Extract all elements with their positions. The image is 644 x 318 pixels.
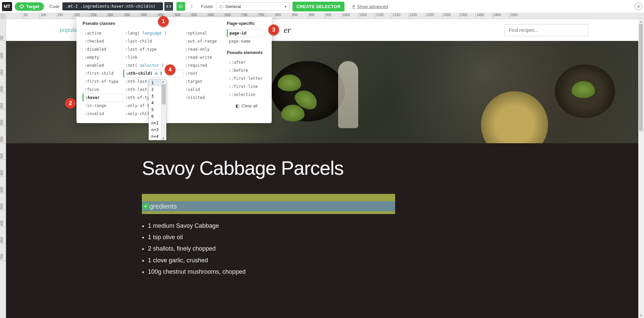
folder-icon: 🗀 [219, 4, 223, 9]
ruler-tick: 900 [308, 13, 315, 19]
recipe-title: Savoy Cabbage Parcels [142, 157, 642, 179]
ruler-tick: 150 [0, 69, 6, 76]
ruler-tick: 1250 [425, 13, 434, 19]
annotation-badge-3: 3 [268, 24, 279, 35]
dropdown-scrollbar[interactable]: ▲ ▼ [161, 80, 166, 140]
code-icon [166, 4, 171, 9]
match-count: 1 [191, 4, 193, 9]
pseudo-elements-title: Pseudo elements [227, 50, 266, 55]
ruler-tick: 1200 [409, 13, 417, 19]
ruler-tick: 1500 [509, 13, 518, 19]
annotation-badge-1: 1 [158, 16, 169, 27]
pseudo-class-item[interactable]: ::first-letter [227, 74, 266, 83]
vertical-ruler: 5010015020025030035040045050055060065070… [0, 13, 6, 318]
ruler-settings[interactable] [0, 13, 6, 19]
pseudo-class-item[interactable]: :lang( language ) [123, 29, 183, 37]
eraser-icon: ◧ [235, 103, 239, 108]
show-advanced-label: Show advanced [357, 4, 388, 9]
scroll-down-arrow-icon[interactable]: ▼ [640, 314, 643, 317]
svg-point-6 [3, 16, 4, 17]
folder-select[interactable]: 🗀 General ▾ [216, 2, 290, 11]
ruler-tick: 1300 [442, 13, 450, 19]
pseudo-class-item[interactable]: :optional [183, 29, 223, 37]
target-label: Target [26, 4, 39, 9]
pseudo-class-item[interactable]: :read-only [183, 45, 223, 53]
vertical-scrollbar[interactable]: ▲ ▼ [638, 19, 644, 318]
ruler-tick: 50 [23, 13, 28, 19]
ruler-tick: 1050 [358, 13, 367, 19]
pseudo-class-item[interactable]: :in-range [83, 102, 123, 110]
pseudo-class-item[interactable]: :enabled [83, 61, 123, 69]
pseudo-class-item[interactable]: :target [183, 77, 223, 86]
search-input[interactable] [504, 24, 588, 36]
clear-all-button[interactable]: ◧ Clear all [235, 103, 266, 108]
crosshair-icon [19, 4, 24, 9]
svg-point-0 [20, 5, 23, 8]
code-toggle-button[interactable] [164, 2, 173, 11]
pseudo-class-item[interactable]: page-name [227, 37, 266, 45]
top-toolbar: MT Target Code 1 Folder 🗀 General ▾ CREA… [0, 0, 644, 13]
pseudo-class-item[interactable]: :required [183, 61, 223, 69]
mt-logo[interactable]: MT [2, 2, 12, 11]
pseudo-class-item[interactable]: ::selection [227, 91, 266, 99]
ruler-tick: 200 [0, 86, 6, 93]
gear-icon [178, 4, 183, 9]
target-button[interactable]: Target [15, 2, 44, 11]
options-button[interactable] [176, 2, 185, 11]
scrollbar-thumb[interactable] [162, 84, 166, 104]
folder-label: Folder [201, 4, 213, 9]
pseudo-class-item[interactable]: :root [183, 69, 223, 77]
scroll-up-arrow-icon[interactable]: ▲ [640, 20, 643, 23]
pseudo-class-item[interactable]: :hover [83, 94, 123, 102]
ruler-tick: 350 [0, 137, 6, 143]
show-advanced-link[interactable]: ≚ Show advanced [352, 4, 388, 9]
ruler-tick: 850 [291, 13, 298, 19]
ruler-tick: 1000 [341, 13, 350, 19]
folder-value: General [225, 4, 241, 9]
pseudo-class-item[interactable]: :last-of-type [123, 45, 183, 53]
plus-icon[interactable]: + [143, 203, 149, 209]
pseudo-class-item[interactable]: :last-child [123, 37, 183, 45]
pseudo-class-item[interactable]: :first-of-type [83, 77, 123, 86]
ruler-tick: 100 [40, 13, 46, 19]
expand-icon: ≚ [352, 4, 356, 9]
create-selector-button[interactable]: CREATE SELECTOR [292, 2, 344, 11]
pseudo-class-item[interactable]: :first-child [83, 69, 123, 77]
pseudo-class-item[interactable]: :link [123, 53, 183, 61]
nav-link[interactable]: popula [60, 27, 77, 34]
ruler-tick: 1150 [392, 13, 400, 19]
pseudo-class-item[interactable]: :invalid [83, 110, 123, 118]
pseudo-class-item[interactable]: :empty [83, 53, 123, 61]
gear-icon [1, 14, 5, 18]
close-button[interactable]: ✕ [635, 3, 642, 10]
nth-child-n-dropdown[interactable]: 123456n+2n+3n+4 ▲ ▼ [149, 79, 166, 140]
ingredient-item: 1 tsp olive oil [148, 231, 642, 243]
pseudo-class-item[interactable]: page-id [227, 29, 266, 37]
pseudo-class-item[interactable]: :visited [183, 94, 223, 102]
pseudo-class-param: selector [138, 63, 162, 68]
ruler-tick: 500 [0, 187, 6, 194]
code-input[interactable] [62, 2, 163, 10]
clear-all-label: Clear all [241, 103, 258, 108]
pseudo-class-item[interactable]: :focus [83, 86, 123, 94]
scrollbar-thumb[interactable] [639, 24, 643, 131]
pseudo-class-item[interactable]: ::after [227, 58, 266, 66]
scroll-down-arrow-icon[interactable]: ▼ [162, 137, 165, 140]
ruler-tick: 650 [0, 237, 6, 244]
ruler-tick: 150 [56, 13, 63, 19]
pseudo-class-item[interactable]: :valid [183, 86, 223, 94]
close-icon: ✕ [637, 4, 640, 9]
ruler-tick: 1450 [492, 13, 501, 19]
ruler-tick: 50 [0, 36, 6, 41]
scroll-up-arrow-icon[interactable]: ▲ [162, 80, 165, 83]
pseudo-class-item[interactable]: :active [83, 29, 123, 37]
pseudo-class-item[interactable]: :out-of-range [183, 37, 223, 45]
ruler-tick: 400 [0, 153, 6, 160]
pseudo-classes-title: Pseudo classes [83, 21, 223, 26]
pseudo-class-item[interactable]: :disabled [83, 45, 123, 53]
pseudo-class-item[interactable]: ::first-line [227, 83, 266, 91]
pseudo-class-item[interactable]: :read-write [183, 53, 223, 61]
pseudo-class-item[interactable]: ::before [227, 66, 266, 74]
annotation-badge-4: 4 [165, 64, 175, 75]
pseudo-class-item[interactable]: :checked [83, 37, 123, 45]
